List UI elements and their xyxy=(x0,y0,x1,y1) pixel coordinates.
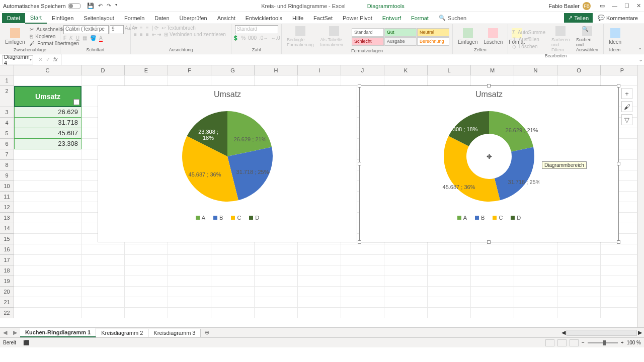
row-header[interactable]: 22 xyxy=(0,308,14,318)
row-header[interactable]: 13 xyxy=(0,213,14,223)
increase-font-icon[interactable]: A▴ xyxy=(125,25,131,34)
col-header[interactable]: H xyxy=(255,65,298,75)
col-header[interactable]: M xyxy=(471,65,514,75)
view-page-layout-button[interactable] xyxy=(557,339,567,346)
tab-file[interactable]: Datei xyxy=(2,13,25,23)
row-header[interactable]: 3 xyxy=(0,107,14,118)
col-header[interactable]: C xyxy=(14,65,82,75)
row-header[interactable]: 14 xyxy=(0,223,14,234)
close-icon[interactable]: ✕ xyxy=(636,3,641,9)
col-header[interactable]: O xyxy=(557,65,601,75)
font-name-combo[interactable]: Calibri (Textkörpe xyxy=(63,25,109,34)
share-button[interactable]: ↗Teilen xyxy=(564,13,593,23)
delete-cells-button[interactable]: Löschen xyxy=(481,27,505,46)
tab-review[interactable]: Überprüfen xyxy=(175,13,212,23)
row-header[interactable]: 9 xyxy=(0,170,14,181)
align-top-icon[interactable]: ≡ xyxy=(134,25,137,31)
tab-home[interactable]: Start xyxy=(25,13,47,24)
fx-icon[interactable]: fx xyxy=(53,56,58,63)
tab-insert[interactable]: Einfügen xyxy=(47,13,78,23)
expand-formula-bar-icon[interactable]: ⌄ xyxy=(637,56,644,63)
row-header[interactable]: 21 xyxy=(0,297,14,308)
hscroll-left-icon[interactable]: ◀ xyxy=(561,329,566,336)
col-header[interactable]: G xyxy=(211,65,255,75)
insert-cells-button[interactable]: Einfügen xyxy=(456,27,479,46)
row-header[interactable]: 17 xyxy=(0,255,14,265)
data-cell[interactable]: 45.687 xyxy=(14,128,82,139)
align-right-icon[interactable]: ≡ xyxy=(146,32,149,37)
percent-icon[interactable]: % xyxy=(241,35,246,41)
filter-dropdown-icon[interactable]: ▾ xyxy=(73,99,79,105)
col-header[interactable]: I xyxy=(298,65,341,75)
minimize-icon[interactable]: — xyxy=(612,3,617,9)
sort-filter-button[interactable]: Sortieren und Filtern xyxy=(549,25,572,53)
col-header[interactable]: F xyxy=(168,65,211,75)
clear-button[interactable]: ◇ Löschen xyxy=(511,43,547,50)
tell-me-search[interactable]: 🔍 Suchen xyxy=(439,15,466,21)
fill-color-button[interactable]: 🪣 xyxy=(90,35,96,41)
zoom-out-button[interactable]: − xyxy=(582,340,585,345)
row-header[interactable]: 10 xyxy=(0,181,14,192)
row-header[interactable]: 15 xyxy=(0,234,14,244)
chart-pie-umsatz[interactable]: Umsatz 26.629 ; 21% 31.718 ; 25% 45.687 xyxy=(98,85,357,242)
border-button[interactable]: ▦ xyxy=(83,35,87,41)
find-select-button[interactable]: 🔍Suchen und Auswählen xyxy=(574,25,600,53)
row-header[interactable]: 19 xyxy=(0,276,14,287)
comma-icon[interactable]: 000 xyxy=(248,35,257,41)
bold-button[interactable]: F xyxy=(63,35,66,41)
maximize-icon[interactable]: ☐ xyxy=(624,3,629,9)
user-account[interactable]: Fabio Basler FB xyxy=(548,2,591,10)
cell-style-neutral[interactable]: Neutral xyxy=(417,28,449,37)
cell-style-standard[interactable]: Standard xyxy=(352,28,384,37)
align-left-icon[interactable]: ≡ xyxy=(134,32,137,37)
sheet-nav-prev-icon[interactable]: ◀ xyxy=(0,329,10,336)
sheet-nav-next-icon[interactable]: ▶ xyxy=(10,329,20,336)
redo-icon[interactable]: ↷ xyxy=(107,3,111,9)
italic-button[interactable]: K xyxy=(69,35,73,41)
ribbon-options-icon[interactable]: ▭ xyxy=(600,3,605,9)
tab-layout[interactable]: Seitenlayout xyxy=(78,13,119,23)
save-icon[interactable]: 💾 xyxy=(87,3,94,9)
row-header[interactable]: 18 xyxy=(0,265,14,276)
wrap-text-button[interactable]: ↩ Textumbruch xyxy=(162,25,196,31)
data-cell[interactable]: 26.629 xyxy=(14,107,82,118)
tab-view[interactable]: Ansicht xyxy=(212,13,240,23)
align-middle-icon[interactable]: ≡ xyxy=(140,25,143,31)
tab-help[interactable]: Hilfe xyxy=(287,13,308,23)
align-center-icon[interactable]: ≡ xyxy=(140,32,143,37)
currency-icon[interactable]: 💲 xyxy=(232,35,238,41)
row-header[interactable]: 12 xyxy=(0,202,14,213)
hscroll-right-icon[interactable]: ▶ xyxy=(638,329,642,336)
view-page-break-button[interactable] xyxy=(570,339,579,346)
row-header[interactable]: 2 xyxy=(0,86,14,107)
cell-style-schlecht[interactable]: Schlecht xyxy=(352,37,384,46)
font-size-combo[interactable]: 9 xyxy=(110,25,124,34)
sheet-tab-active[interactable]: Kuchen-Ringdiagramm 1 xyxy=(20,328,96,337)
row-header[interactable]: 16 xyxy=(0,244,14,255)
name-box[interactable]: Diagramm 4▾ xyxy=(2,55,33,64)
row-header[interactable]: 4 xyxy=(0,118,14,128)
cell-style-ausgabe[interactable]: Ausgabe xyxy=(384,37,417,46)
zoom-slider[interactable] xyxy=(588,342,618,343)
vertical-scrollbar[interactable] xyxy=(637,65,644,327)
decrease-decimal-icon[interactable]: ←.0 xyxy=(271,35,280,41)
underline-button[interactable]: U xyxy=(76,35,79,41)
row-header[interactable]: 8 xyxy=(0,160,14,170)
comments-button[interactable]: 💬Kommentare xyxy=(594,13,642,23)
font-color-button[interactable]: A xyxy=(99,35,103,41)
tab-factset[interactable]: FactSet xyxy=(308,13,338,23)
ideas-button[interactable]: Ideen xyxy=(607,27,623,46)
row-header[interactable]: 7 xyxy=(0,149,14,160)
increase-decimal-icon[interactable]: .0→ xyxy=(259,35,268,41)
zoom-level[interactable]: 100 % xyxy=(627,340,641,345)
conditional-formatting-button[interactable]: Bedingte Formatierung xyxy=(285,25,316,48)
tab-powerpivot[interactable]: Power Pivot xyxy=(338,13,377,23)
col-header[interactable]: J xyxy=(341,65,384,75)
col-header[interactable]: L xyxy=(428,65,471,75)
col-header[interactable]: E xyxy=(125,65,168,75)
macro-record-icon[interactable]: ⬛ xyxy=(23,340,29,345)
tab-formulas[interactable]: Formeln xyxy=(119,13,149,23)
autosave-toggle[interactable]: Automatisches Speichern xyxy=(3,3,81,9)
chart-filter-button[interactable]: ▽ xyxy=(621,114,632,125)
table-header-umsatz[interactable]: Umsatz ▾ xyxy=(14,86,82,107)
